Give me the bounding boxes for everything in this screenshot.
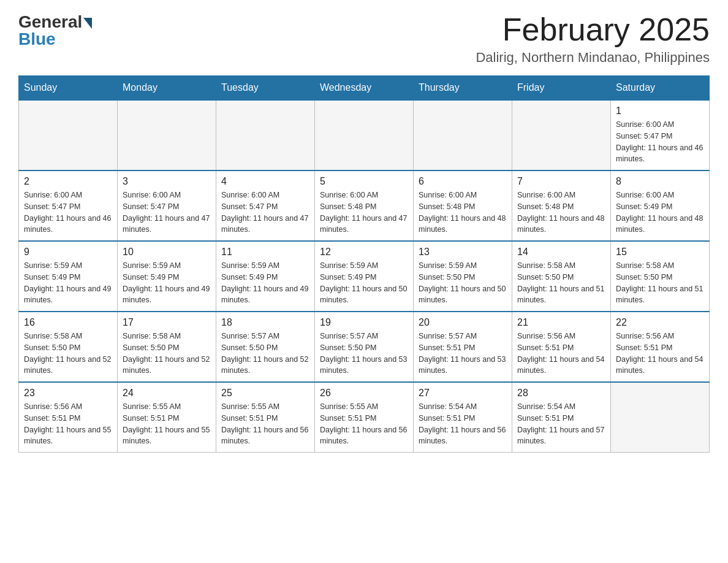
day-info: Sunrise: 5:56 AMSunset: 5:51 PMDaylight:…	[517, 331, 605, 377]
calendar-cell	[315, 100, 414, 170]
logo-arrow-icon	[83, 18, 92, 29]
day-info: Sunrise: 6:00 AMSunset: 5:48 PMDaylight:…	[320, 190, 408, 236]
day-info: Sunrise: 5:59 AMSunset: 5:49 PMDaylight:…	[320, 260, 408, 306]
calendar-header-monday: Monday	[118, 76, 216, 101]
day-number: 11	[221, 247, 309, 258]
calendar-header-row: SundayMondayTuesdayWednesdayThursdayFrid…	[19, 76, 710, 101]
day-number: 13	[419, 247, 507, 258]
day-number: 21	[517, 317, 605, 328]
day-info: Sunrise: 6:00 AMSunset: 5:47 PMDaylight:…	[24, 190, 112, 236]
calendar-cell: 25Sunrise: 5:55 AMSunset: 5:51 PMDayligh…	[216, 382, 315, 453]
day-number: 19	[320, 317, 408, 328]
day-info: Sunrise: 6:00 AMSunset: 5:47 PMDaylight:…	[123, 190, 211, 236]
calendar-cell: 21Sunrise: 5:56 AMSunset: 5:51 PMDayligh…	[512, 312, 611, 382]
day-number: 20	[419, 317, 507, 328]
day-info: Sunrise: 5:55 AMSunset: 5:51 PMDaylight:…	[320, 401, 408, 447]
calendar-cell: 8Sunrise: 6:00 AMSunset: 5:49 PMDaylight…	[611, 170, 710, 241]
calendar-cell: 19Sunrise: 5:57 AMSunset: 5:50 PMDayligh…	[315, 312, 414, 382]
day-info: Sunrise: 5:58 AMSunset: 5:50 PMDaylight:…	[616, 260, 704, 306]
calendar-cell: 3Sunrise: 6:00 AMSunset: 5:47 PMDaylight…	[118, 170, 216, 241]
calendar-cell: 12Sunrise: 5:59 AMSunset: 5:49 PMDayligh…	[315, 241, 414, 312]
calendar-cell	[118, 100, 216, 170]
calendar-cell: 16Sunrise: 5:58 AMSunset: 5:50 PMDayligh…	[19, 312, 118, 382]
calendar-cell	[19, 100, 118, 170]
calendar-cell: 10Sunrise: 5:59 AMSunset: 5:49 PMDayligh…	[118, 241, 216, 312]
day-number: 23	[24, 388, 112, 399]
day-number: 28	[517, 388, 605, 399]
day-number: 2	[24, 176, 112, 187]
day-number: 1	[616, 105, 704, 117]
calendar-header-friday: Friday	[512, 76, 611, 101]
day-info: Sunrise: 5:55 AMSunset: 5:51 PMDaylight:…	[123, 401, 211, 447]
day-info: Sunrise: 6:00 AMSunset: 5:47 PMDaylight:…	[221, 190, 309, 236]
calendar-cell: 2Sunrise: 6:00 AMSunset: 5:47 PMDaylight…	[19, 170, 118, 241]
day-info: Sunrise: 5:57 AMSunset: 5:50 PMDaylight:…	[221, 331, 309, 377]
calendar-cell: 14Sunrise: 5:58 AMSunset: 5:50 PMDayligh…	[512, 241, 611, 312]
calendar-cell: 20Sunrise: 5:57 AMSunset: 5:51 PMDayligh…	[414, 312, 512, 382]
day-number: 24	[123, 388, 211, 399]
calendar-cell: 27Sunrise: 5:54 AMSunset: 5:51 PMDayligh…	[414, 382, 512, 453]
day-info: Sunrise: 6:00 AMSunset: 5:48 PMDaylight:…	[419, 190, 507, 236]
calendar-header-wednesday: Wednesday	[315, 76, 414, 101]
calendar-cell: 26Sunrise: 5:55 AMSunset: 5:51 PMDayligh…	[315, 382, 414, 453]
calendar-header-tuesday: Tuesday	[216, 76, 315, 101]
calendar-week-1: 1Sunrise: 6:00 AMSunset: 5:47 PMDaylight…	[19, 100, 710, 170]
day-number: 6	[419, 176, 507, 187]
day-info: Sunrise: 5:54 AMSunset: 5:51 PMDaylight:…	[419, 401, 507, 447]
calendar-cell: 5Sunrise: 6:00 AMSunset: 5:48 PMDaylight…	[315, 170, 414, 241]
day-number: 3	[123, 176, 211, 187]
day-number: 14	[517, 247, 605, 258]
day-number: 10	[123, 247, 211, 258]
calendar-cell: 15Sunrise: 5:58 AMSunset: 5:50 PMDayligh…	[611, 241, 710, 312]
day-info: Sunrise: 5:57 AMSunset: 5:50 PMDaylight:…	[320, 331, 408, 377]
day-info: Sunrise: 6:00 AMSunset: 5:47 PMDaylight:…	[616, 119, 704, 165]
day-info: Sunrise: 6:00 AMSunset: 5:48 PMDaylight:…	[517, 190, 605, 236]
calendar-cell: 22Sunrise: 5:56 AMSunset: 5:51 PMDayligh…	[611, 312, 710, 382]
day-number: 12	[320, 247, 408, 258]
day-info: Sunrise: 5:57 AMSunset: 5:51 PMDaylight:…	[419, 331, 507, 377]
day-info: Sunrise: 5:59 AMSunset: 5:50 PMDaylight:…	[419, 260, 507, 306]
title-block: February 2025 Dalirig, Northern Mindanao…	[476, 12, 710, 66]
calendar-header-saturday: Saturday	[611, 76, 710, 101]
calendar-cell: 9Sunrise: 5:59 AMSunset: 5:49 PMDaylight…	[19, 241, 118, 312]
calendar-cell: 28Sunrise: 5:54 AMSunset: 5:51 PMDayligh…	[512, 382, 611, 453]
day-info: Sunrise: 5:58 AMSunset: 5:50 PMDaylight:…	[517, 260, 605, 306]
calendar-cell: 23Sunrise: 5:56 AMSunset: 5:51 PMDayligh…	[19, 382, 118, 453]
calendar-week-4: 16Sunrise: 5:58 AMSunset: 5:50 PMDayligh…	[19, 312, 710, 382]
calendar-cell: 7Sunrise: 6:00 AMSunset: 5:48 PMDaylight…	[512, 170, 611, 241]
calendar-cell	[611, 382, 710, 453]
day-number: 26	[320, 388, 408, 399]
day-number: 8	[616, 176, 704, 187]
day-info: Sunrise: 5:58 AMSunset: 5:50 PMDaylight:…	[123, 331, 211, 377]
day-info: Sunrise: 6:00 AMSunset: 5:49 PMDaylight:…	[616, 190, 704, 236]
day-number: 4	[221, 176, 309, 187]
day-number: 22	[616, 317, 704, 328]
calendar-cell: 1Sunrise: 6:00 AMSunset: 5:47 PMDaylight…	[611, 100, 710, 170]
calendar-header-sunday: Sunday	[19, 76, 118, 101]
day-info: Sunrise: 5:55 AMSunset: 5:51 PMDaylight:…	[221, 401, 309, 447]
calendar-cell	[216, 100, 315, 170]
logo-blue-text: Blue	[18, 29, 56, 49]
day-number: 9	[24, 247, 112, 258]
page-header: General Blue February 2025 Dalirig, Nort…	[18, 12, 710, 66]
day-number: 7	[517, 176, 605, 187]
day-info: Sunrise: 5:56 AMSunset: 5:51 PMDaylight:…	[24, 401, 112, 447]
calendar-cell: 24Sunrise: 5:55 AMSunset: 5:51 PMDayligh…	[118, 382, 216, 453]
page-subtitle: Dalirig, Northern Mindanao, Philippines	[476, 50, 710, 66]
day-number: 16	[24, 317, 112, 328]
logo: General Blue	[18, 12, 92, 49]
page-title: February 2025	[476, 12, 710, 47]
calendar-cell: 17Sunrise: 5:58 AMSunset: 5:50 PMDayligh…	[118, 312, 216, 382]
day-info: Sunrise: 5:56 AMSunset: 5:51 PMDaylight:…	[616, 331, 704, 377]
day-info: Sunrise: 5:59 AMSunset: 5:49 PMDaylight:…	[123, 260, 211, 306]
day-info: Sunrise: 5:59 AMSunset: 5:49 PMDaylight:…	[24, 260, 112, 306]
calendar-cell: 18Sunrise: 5:57 AMSunset: 5:50 PMDayligh…	[216, 312, 315, 382]
calendar-cell: 6Sunrise: 6:00 AMSunset: 5:48 PMDaylight…	[414, 170, 512, 241]
calendar-cell	[512, 100, 611, 170]
calendar-week-5: 23Sunrise: 5:56 AMSunset: 5:51 PMDayligh…	[19, 382, 710, 453]
calendar-cell: 4Sunrise: 6:00 AMSunset: 5:47 PMDaylight…	[216, 170, 315, 241]
calendar-cell: 13Sunrise: 5:59 AMSunset: 5:50 PMDayligh…	[414, 241, 512, 312]
calendar-cell	[414, 100, 512, 170]
day-number: 18	[221, 317, 309, 328]
day-info: Sunrise: 5:58 AMSunset: 5:50 PMDaylight:…	[24, 331, 112, 377]
